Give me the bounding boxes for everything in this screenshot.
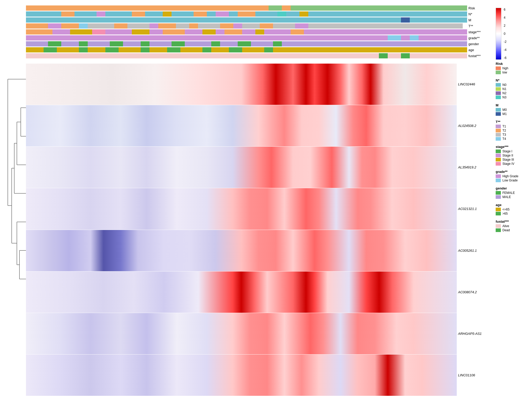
track-label-grade: grade**: [467, 36, 490, 40]
track-gender-bar: [26, 41, 467, 46]
heatmap-label-linc01106: LINC01106: [457, 355, 490, 396]
track-row-n: N*: [26, 11, 490, 17]
legend-stage1-color: [496, 149, 501, 153]
legend-female-color: [496, 191, 501, 195]
heatmap-row-ac021321: AC021321.1: [26, 188, 490, 229]
legend-m0-color: [496, 108, 501, 112]
legend-t3: T3: [496, 133, 527, 137]
left-panel: Risk: [5, 5, 490, 396]
track-stage-bar: [26, 29, 467, 35]
legend-n1-label: N1: [502, 87, 506, 91]
scale-label-4: 4: [504, 16, 507, 19]
track-label-fustat: fustat***: [467, 54, 490, 58]
legend-grade-low-label: Low Grade: [502, 179, 518, 182]
heatmap-cells-linc01106: [26, 355, 457, 396]
track-row-fustat: fustat***: [26, 53, 490, 59]
legend-age-le65-label: <=65: [502, 208, 509, 211]
legend-t4-label: T4: [502, 137, 506, 141]
track-label-age: age: [467, 48, 490, 52]
dendrogram-area: [5, 65, 26, 396]
legend-m1: M1: [496, 112, 527, 116]
heatmap-label-ac021321: AC021321.1: [457, 188, 490, 229]
heatmap-label-ac005261: AC005261.1: [457, 230, 490, 271]
track-label-n: N*: [467, 12, 490, 16]
track-row-grade: grade**: [26, 35, 490, 41]
legend-grade-high-color: [496, 174, 501, 178]
scale-label-neg2: -2: [504, 40, 507, 44]
legend-risk-low-label: low: [502, 71, 507, 74]
legend-grade-low-color: [496, 179, 501, 182]
legend-grade-low: Low Grade: [496, 179, 527, 182]
legend-n2: N2: [496, 91, 527, 95]
legend-risk-high-label: high: [502, 66, 508, 70]
legend-n-title: N*: [496, 78, 527, 82]
legend-stage3-color: [496, 158, 501, 161]
main-container: Risk: [0, 0, 532, 401]
heatmap-cells-al024508: [26, 105, 457, 146]
heatmap-cells-arhgap5: [26, 313, 457, 354]
legend-alive-label: Alive: [502, 224, 509, 228]
legend-stage3: Stage III: [496, 158, 527, 161]
legend-alive: Alive: [496, 224, 527, 228]
heatmap-grid: LINC02446 AL024508.2 AL354919.2: [26, 64, 490, 396]
legend-male: MALE: [496, 195, 527, 199]
legend-stage3-label: Stage III: [502, 158, 514, 161]
legend-n3-label: N3: [502, 96, 506, 99]
track-label-risk: Risk: [467, 6, 490, 10]
legend-age-title: age: [496, 203, 527, 207]
legend-risk-high: high: [496, 66, 527, 70]
legend-grade: grade** High Grade Low Grade: [496, 170, 527, 183]
legend-grade-high: High Grade: [496, 174, 527, 178]
legend-risk-title: Risk: [496, 62, 527, 66]
legend-stage4-color: [496, 162, 501, 166]
track-row-gender: gender: [26, 41, 490, 47]
legend-gender-title: gender: [496, 186, 527, 190]
legend-risk-high-color: [496, 66, 501, 70]
legend-n3-color: [496, 96, 501, 99]
legend-risk: Risk high low: [496, 62, 527, 75]
legend-gender: gender FEMALE MALE: [496, 186, 527, 199]
heatmap-label-linc02446: LINC02446: [457, 64, 490, 105]
legend-stage: stage*** Stage I Stage II Stage III Stag…: [496, 145, 527, 166]
legend-t4-color: [496, 137, 501, 141]
heatmap-row-ac005261: AC005261.1: [26, 230, 490, 271]
legend-m1-label: M1: [502, 112, 507, 116]
track-age-bar: [26, 47, 467, 52]
legend-n0-color: [496, 83, 501, 87]
legend-age-le65-color: [496, 208, 501, 211]
track-label-m: M: [467, 18, 490, 22]
legend-age-gt65-label: >65: [502, 212, 508, 215]
legend-t4: T4: [496, 137, 527, 141]
annotation-tracks: Risk: [26, 5, 490, 62]
scale-label-neg6: -6: [504, 56, 507, 60]
legend-age: age <=65 >65: [496, 203, 527, 216]
legend-stage2-color: [496, 154, 501, 157]
legend-stage2: Stage II: [496, 154, 527, 157]
track-label-stage: stage***: [467, 30, 490, 34]
legend-stage-title: stage***: [496, 145, 527, 149]
legend-n3: N3: [496, 96, 527, 99]
track-row-t: T**: [26, 23, 490, 29]
track-row-risk: Risk: [26, 5, 490, 11]
legend-t-title: T**: [496, 120, 527, 124]
legend-m: M M0 M1: [496, 103, 527, 116]
legend-age-le65: <=65: [496, 208, 527, 211]
legend-m1-color: [496, 112, 501, 116]
heatmap-label-arhgap5: ARHGAP5-AS1: [457, 313, 490, 354]
legend-m-title: M: [496, 103, 527, 107]
track-risk-bar: [26, 5, 467, 11]
heatmap-cells-al354919: [26, 147, 457, 188]
scale-label-2: 2: [504, 24, 507, 28]
legend-t2-color: [496, 129, 501, 132]
heatmap-label-al354919: AL354919.2: [457, 147, 490, 188]
track-label-t: T**: [467, 24, 490, 28]
legend-dead-label: Dead: [502, 228, 510, 232]
scale-label-0: 0: [504, 32, 507, 36]
legend-fustat: fustat*** Alive Dead: [496, 220, 527, 233]
legend-fustat-title: fustat***: [496, 220, 527, 223]
legend-female-label: FEMALE: [502, 191, 515, 195]
heatmap-row-ac008074: AC008074.2: [26, 271, 490, 313]
track-grade-bar: [26, 35, 467, 40]
heatmap-label-al024508: AL024508.2: [457, 105, 490, 146]
track-m-bar: [26, 17, 467, 23]
